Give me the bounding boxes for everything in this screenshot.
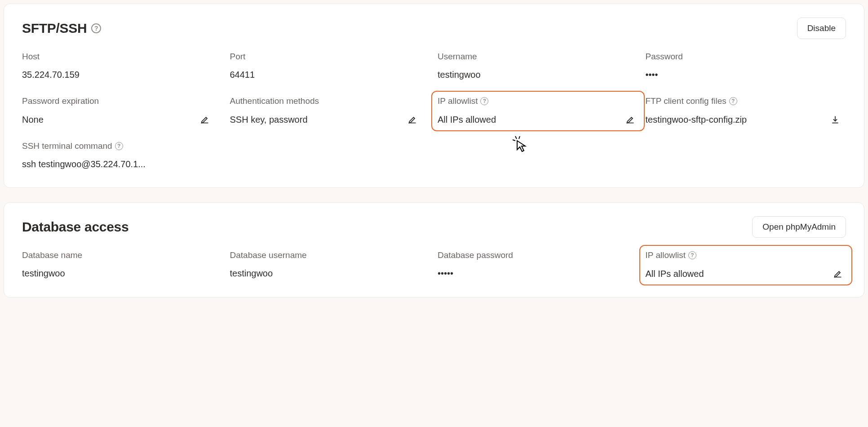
host-label: Host [22,52,223,62]
db-pw-label: Database password [438,250,638,260]
edit-icon[interactable] [625,114,636,125]
help-icon[interactable]: ? [729,97,737,105]
field-db-username: Database username testingwoo [230,250,431,279]
db-title: Database access [22,219,128,235]
username-label: Username [438,52,638,62]
pw-exp-value: None [22,115,44,125]
ftp-config-label: FTP client config files ? [646,96,846,106]
db-ip-value: All IPs allowed [646,269,704,279]
help-icon[interactable]: ? [115,142,123,150]
password-value: •••• [646,70,846,80]
field-password: Password •••• [646,52,846,80]
sftp-ssh-card: SFTP/SSH ? Disable Host 35.224.70.159 Po… [4,4,864,188]
db-user-label: Database username [230,250,431,260]
field-username: Username testingwoo [438,52,638,80]
db-ip-label: IP allowlist ? [646,250,846,260]
field-ftp-config: FTP client config files ? testingwoo-sft… [646,96,846,125]
field-host: Host 35.224.70.159 [22,52,223,80]
help-icon[interactable]: ? [688,251,696,259]
field-db-ip-allowlist-highlighted: IP allowlist ? All IPs allowed [639,245,853,285]
host-value: 35.224.70.159 [22,70,223,80]
port-value: 64411 [230,70,431,80]
edit-icon[interactable] [407,114,418,125]
database-access-card: Database access Open phpMyAdmin Database… [4,202,864,298]
help-icon[interactable]: ? [91,23,101,33]
disable-button[interactable]: Disable [797,18,846,39]
edit-icon[interactable] [833,268,843,279]
download-icon[interactable] [830,114,841,125]
pw-exp-label: Password expiration [22,96,223,106]
field-password-expiration: Password expiration None [22,96,223,125]
sftp-title: SFTP/SSH [22,21,87,36]
ip-allowlist-label: IP allowlist ? [438,96,638,106]
open-phpmyadmin-button[interactable]: Open phpMyAdmin [752,216,846,238]
sftp-header: SFTP/SSH ? Disable [22,18,846,39]
auth-label: Authentication methods [230,96,431,106]
ssh-cmd-label: SSH terminal command ? [22,141,223,151]
edit-icon[interactable] [199,114,210,125]
db-name-label: Database name [22,250,223,260]
username-value: testingwoo [438,70,638,80]
db-pw-value: ••••• [438,268,638,279]
field-ip-allowlist-highlighted: IP allowlist ? All IPs allowed [431,91,645,131]
field-ssh-terminal-command: SSH terminal command ? ssh testingwoo@35… [22,141,223,169]
help-icon[interactable]: ? [480,97,488,105]
ip-allowlist-value: All IPs allowed [438,115,496,125]
db-header: Database access Open phpMyAdmin [22,216,846,238]
field-db-password: Database password ••••• [438,250,638,279]
field-db-name: Database name testingwoo [22,250,223,279]
auth-value: SSH key, password [230,115,308,125]
password-label: Password [646,52,846,62]
port-label: Port [230,52,431,62]
db-name-value: testingwoo [22,268,223,279]
ssh-cmd-value: ssh testingwoo@35.224.70.1... [22,159,223,169]
field-auth-methods: Authentication methods SSH key, password [230,96,431,125]
ftp-config-value: testingwoo-sftp-config.zip [646,115,747,125]
field-port: Port 64411 [230,52,431,80]
db-user-value: testingwoo [230,268,431,279]
